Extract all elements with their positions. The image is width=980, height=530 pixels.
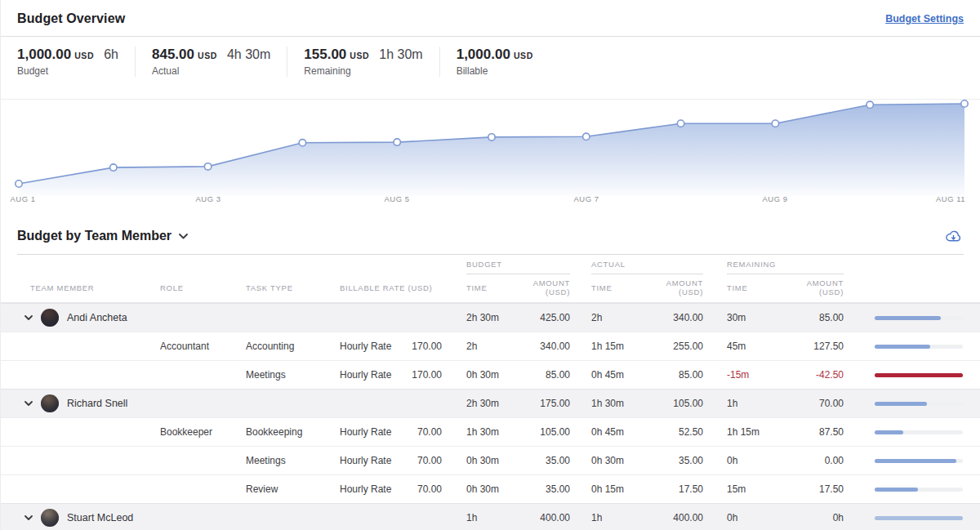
task-actual-amount: 17.50 (646, 483, 703, 495)
budget-settings-link[interactable]: Budget Settings (885, 13, 964, 24)
task-type: Meetings (246, 369, 340, 381)
data-point-marker[interactable] (488, 134, 495, 140)
task-rate: 70.00 (401, 455, 442, 466)
task-actual-time: 0h 30m (570, 455, 646, 466)
chevron-down-icon (179, 234, 188, 239)
member-actual-time: 1h 30m (570, 398, 646, 409)
member-row[interactable]: Richard Snell 2h 30m 175.00 1h 30m 105.0… (1, 389, 980, 417)
data-point-marker[interactable] (961, 100, 968, 107)
budget-amount: 1,000.00 (17, 47, 71, 63)
task-remaining-time: 1h 15m (703, 426, 781, 438)
member-remaining-time: 1h (703, 398, 781, 409)
data-point-marker[interactable] (677, 120, 684, 127)
data-point-marker[interactable] (772, 120, 778, 127)
progress-bar (875, 430, 963, 434)
col-header-billable-rate: BILLABLE RATE (USD) (340, 283, 442, 292)
task-actual-amount: 35.00 (646, 455, 703, 466)
budget-currency: USD (74, 51, 94, 60)
member-budget-time: 2h 30m (442, 312, 523, 323)
task-budget-time: 0h 30m (442, 369, 523, 381)
stat-actual: 845.00 USD 4h 30m Actual (152, 47, 287, 77)
member-budget-amount: 175.00 (523, 398, 570, 409)
member-actual-amount: 340.00 (646, 312, 703, 323)
task-type: Review (246, 483, 340, 495)
member-remaining-time: 30m (703, 312, 781, 323)
expand-chevron-icon[interactable] (24, 315, 33, 320)
member-row[interactable]: Andi Ancheta 2h 30m 425.00 2h 340.00 30m… (1, 303, 980, 332)
task-remaining-time: 15m (703, 483, 781, 495)
task-actual-amount: 52.50 (646, 426, 703, 438)
task-role: Accountant (160, 341, 246, 352)
task-rate-type: Hourly Rate (340, 483, 401, 495)
billable-currency: USD (514, 51, 533, 60)
task-rate: 70.00 (401, 483, 442, 495)
remaining-currency: USD (350, 51, 369, 60)
data-point-marker[interactable] (204, 163, 211, 170)
progress-bar (875, 459, 963, 463)
col-header-remaining-amount: AMOUNT (USD) (781, 278, 844, 296)
task-actual-time: 1h 15m (570, 341, 646, 352)
cloud-download-icon (945, 229, 962, 243)
task-remaining-amount: -42.50 (781, 369, 844, 381)
data-point-marker[interactable] (299, 140, 305, 146)
task-budget-amount: 35.00 (523, 483, 570, 495)
member-actual-time: 2h (570, 312, 646, 323)
budget-burn-chart: AUG 1AUG 3AUG 5AUG 7AUG 9AUG 11 (1, 100, 980, 206)
x-axis-tick-label: AUG 9 (762, 194, 787, 203)
task-rate-type: Hourly Rate (340, 341, 401, 352)
progress-bar (875, 316, 963, 320)
page-header: Budget Overview Budget Settings (1, 0, 980, 36)
data-point-marker[interactable] (394, 139, 400, 145)
stat-billable: 1,000.00 USD Billable (457, 47, 550, 77)
task-row[interactable]: Bookkeeper Bookkeeping Hourly Rate 70.00… (1, 417, 980, 446)
col-header-actual-time: TIME (570, 283, 646, 292)
task-type: Bookkeeping (246, 426, 340, 438)
section-title: Budget by Team Member (17, 229, 172, 243)
col-header-budget-amount: AMOUNT (USD) (523, 278, 570, 296)
data-point-marker[interactable] (110, 164, 117, 171)
task-row[interactable]: Accountant Accounting Hourly Rate 170.00… (1, 332, 980, 360)
data-point-marker[interactable] (16, 180, 22, 187)
progress-bar (875, 516, 963, 520)
avatar (41, 309, 59, 327)
progress-bar (875, 345, 963, 349)
task-actual-amount: 255.00 (646, 341, 703, 352)
task-rate: 70.00 (401, 426, 442, 438)
task-remaining-amount: 0.00 (781, 455, 844, 466)
task-remaining-amount: 17.50 (781, 483, 844, 495)
col-header-team-member: TEAM MEMBER (17, 283, 160, 292)
expand-chevron-icon[interactable] (24, 515, 33, 520)
task-rate: 170.00 (401, 369, 442, 381)
member-remaining-amount: 70.00 (781, 398, 844, 409)
x-axis-tick-label: AUG 5 (384, 194, 409, 203)
task-row[interactable]: Meetings Hourly Rate 70.00 0h 30m 35.00 … (1, 446, 980, 474)
section-collapse-toggle[interactable]: Budget by Team Member (17, 229, 188, 243)
task-row[interactable]: Meetings Hourly Rate 170.00 0h 30m 85.00… (1, 360, 980, 389)
member-actual-amount: 105.00 (646, 398, 703, 409)
data-point-marker[interactable] (866, 101, 873, 108)
member-remaining-amount: 85.00 (781, 312, 844, 323)
task-budget-amount: 35.00 (523, 455, 570, 466)
x-axis-tick-label: AUG 7 (573, 194, 599, 203)
budget-time: 6h (104, 47, 118, 62)
table-group-header-row: BUDGET ACTUAL REMAINING (1, 255, 980, 274)
member-budget-amount: 400.00 (523, 512, 570, 523)
export-button[interactable] (943, 227, 964, 245)
col-header-actual-amount: AMOUNT (USD) (646, 278, 703, 296)
actual-label: Actual (152, 65, 270, 77)
task-row[interactable]: Review Hourly Rate 70.00 0h 30m 35.00 0h… (1, 474, 980, 503)
data-point-marker[interactable] (583, 133, 590, 140)
page-title: Budget Overview (17, 11, 125, 26)
table-column-header-row: TEAM MEMBER ROLE TASK TYPE BILLABLE RATE… (1, 274, 980, 299)
budget-label: Budget (17, 65, 118, 77)
member-budget-amount: 425.00 (523, 312, 570, 323)
member-row[interactable]: Stuart McLeod 1h 400.00 1h 400.00 0h 0h (1, 503, 980, 530)
task-type: Accounting (246, 341, 340, 352)
col-header-remaining-time: TIME (703, 283, 781, 292)
avatar (41, 509, 59, 527)
x-axis-tick-label: AUG 11 (936, 194, 965, 203)
task-role: Bookkeeper (160, 426, 246, 438)
expand-chevron-icon[interactable] (24, 401, 33, 406)
progress-bar (875, 402, 963, 406)
col-header-role: ROLE (160, 283, 246, 292)
